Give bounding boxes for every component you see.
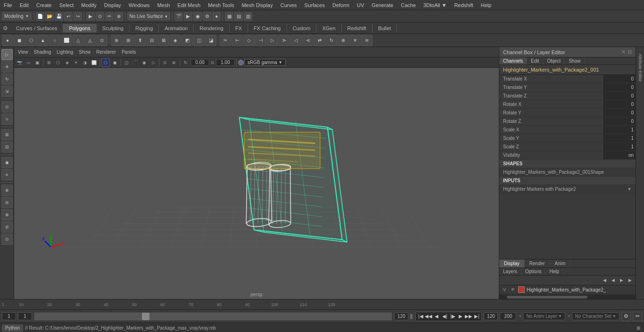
extra-btn-4[interactable]: ⊘ xyxy=(1,221,13,233)
cb-attr-tz[interactable]: Translate Z 0 xyxy=(499,92,636,100)
cylinder-icon[interactable]: ⬡ xyxy=(25,35,37,46)
extra-btn-1[interactable]: ⊕ xyxy=(1,185,13,196)
toggle-deformers-icon[interactable]: ◉ xyxy=(140,58,149,67)
extrude-icon[interactable]: ⬆ xyxy=(134,35,146,46)
cb-value-sz[interactable]: 1 xyxy=(603,143,636,151)
timeline-slider[interactable] xyxy=(34,312,392,321)
fill-icon[interactable]: ◪ xyxy=(205,35,216,46)
sphere-icon[interactable]: ● xyxy=(2,35,13,46)
tab-polygons[interactable]: Polygons xyxy=(63,24,96,32)
cb-tab-object[interactable]: Object xyxy=(544,57,565,65)
layout1-icon[interactable]: ▦ xyxy=(225,12,233,21)
torus-icon[interactable]: ○ xyxy=(49,35,60,46)
menu-generate[interactable]: Generate xyxy=(368,1,397,9)
hud-icon[interactable]: ⊙ xyxy=(161,58,169,67)
render-ipr-icon[interactable]: ◉ xyxy=(193,12,202,21)
boolean-icon[interactable]: ⊠ xyxy=(158,35,169,46)
render-settings-icon[interactable]: ⚙ xyxy=(203,12,211,21)
cb-tab-render[interactable]: Render xyxy=(525,259,550,267)
menu-curves[interactable]: Curves xyxy=(277,1,301,9)
shadow-icon[interactable]: ◑ xyxy=(81,58,89,67)
tab-fx-caching[interactable]: FX Caching xyxy=(248,24,287,32)
pb-play[interactable]: ▶ xyxy=(457,313,464,320)
cb-float-icon[interactable]: ⊟ xyxy=(627,49,632,55)
snap-icon[interactable]: ⊕ xyxy=(115,12,123,21)
texture-icon[interactable]: ⬜ xyxy=(90,58,98,67)
pb-next-frame-marker[interactable]: ◀| xyxy=(441,313,448,320)
lasso-select-tool[interactable]: ∿ xyxy=(1,113,13,125)
append-icon[interactable]: ⊕ xyxy=(338,35,349,46)
paint-icon[interactable]: ✏ xyxy=(105,12,114,21)
menu-modify[interactable]: Modify xyxy=(77,1,100,9)
cb-tab-show[interactable]: Show xyxy=(565,57,585,65)
viewport-canvas[interactable]: X Y Z persp xyxy=(14,68,499,299)
python-label[interactable]: Python xyxy=(2,324,23,332)
extra-btn-2[interactable]: ⊖ xyxy=(1,197,13,208)
cb-attr-ry[interactable]: Rotate Y 0 xyxy=(499,109,636,117)
pb-skip-end[interactable]: ▶| xyxy=(473,313,480,320)
layout3-icon[interactable]: ▥ xyxy=(244,12,252,21)
new-file-icon[interactable]: 📄 xyxy=(36,12,44,21)
pb-next-key-marker[interactable]: |▶ xyxy=(449,313,456,320)
menu-create[interactable]: Create xyxy=(33,1,56,9)
toggle-anim-icon[interactable]: ▷ xyxy=(149,58,157,67)
cut-icon[interactable]: ✂ xyxy=(220,35,231,46)
timeline-numbers[interactable]: 1 10 20 30 40 50 60 70 80 90 100 110 120 xyxy=(0,300,644,309)
layers-tab-layers[interactable]: Layers xyxy=(499,268,521,275)
slide-icon[interactable]: ▷ xyxy=(267,35,278,46)
select-tool[interactable]: ▷ xyxy=(1,49,13,60)
viewport-panels-menu[interactable]: Panels xyxy=(120,49,138,56)
cb-inputs-name[interactable]: Highlighter Markers with Package2 ▼ xyxy=(499,185,636,194)
layer-back-icon[interactable]: ◀ xyxy=(601,276,608,284)
viewport-shading-menu[interactable]: Shading xyxy=(32,49,53,56)
target-icon[interactable]: ⊲ xyxy=(302,35,314,46)
frame-start-field[interactable]: 1 xyxy=(18,312,32,320)
extra-btn-3[interactable]: ⊗ xyxy=(1,209,13,220)
layer-forward2-icon[interactable]: ▶ xyxy=(626,276,634,284)
bevel-icon[interactable]: ◇ xyxy=(243,35,255,46)
cb-attr-tx[interactable]: Translate X 0 xyxy=(499,75,636,83)
flip-icon[interactable]: ⇄ xyxy=(314,35,325,46)
cb-value-tz[interactable]: 0 xyxy=(603,92,636,100)
cb-attr-sy[interactable]: Scale Y 1 xyxy=(499,134,636,143)
smooth-shade-icon[interactable]: ◼ xyxy=(110,58,119,67)
filmgate-icon[interactable]: ▭ xyxy=(24,58,33,67)
wireframe-icon[interactable]: ⬡ xyxy=(54,58,62,67)
script-icon[interactable]: ✏ xyxy=(633,312,642,321)
layout2-icon[interactable]: ▤ xyxy=(234,12,243,21)
merge-icon[interactable]: ⊳ xyxy=(279,35,290,46)
layer-playback-btn[interactable]: P xyxy=(510,286,516,293)
menu-windows[interactable]: Windows xyxy=(125,1,154,9)
menu-display[interactable]: Display xyxy=(100,1,125,9)
extra-btn-5[interactable]: ⊙ xyxy=(1,234,13,245)
pipe-icon[interactable]: ⊙ xyxy=(96,35,107,46)
toggle-curves-icon[interactable]: ⌒ xyxy=(131,58,140,67)
color-dot-icon[interactable] xyxy=(238,60,244,65)
tab-redshift[interactable]: Redshift xyxy=(342,24,372,32)
timeline-thumb[interactable] xyxy=(142,313,149,320)
cb-tab-display[interactable]: Display xyxy=(499,259,525,267)
cb-value-tx[interactable]: 0 xyxy=(603,75,636,83)
menu-mesh[interactable]: Mesh xyxy=(153,1,173,9)
show-manip-tool[interactable]: ⊞ xyxy=(1,129,13,140)
mode-dropdown[interactable]: Modeling ▼ xyxy=(2,12,32,20)
open-file-icon[interactable]: 📂 xyxy=(45,12,54,21)
cube-icon[interactable]: ◼ xyxy=(14,35,25,46)
weld-icon[interactable]: ◁ xyxy=(290,35,302,46)
cone-icon[interactable]: ▲ xyxy=(37,35,49,46)
cb-value-sx[interactable]: 1 xyxy=(603,126,636,134)
redo-icon[interactable]: ↪ xyxy=(74,12,82,21)
menu-edit[interactable]: Edit xyxy=(16,1,33,9)
cb-tab-channels[interactable]: Channels xyxy=(499,57,527,65)
prism-icon[interactable]: △ xyxy=(73,35,84,46)
undo-icon[interactable]: ↩ xyxy=(64,12,73,21)
cb-value-ty[interactable]: 0 xyxy=(603,83,636,91)
tab-sculpting[interactable]: Sculpting xyxy=(97,24,130,32)
viewport-view-menu[interactable]: View xyxy=(16,49,30,56)
menu-file[interactable]: File xyxy=(0,1,16,9)
lasso-icon[interactable]: ⊙ xyxy=(96,12,104,21)
settings-icon[interactable]: ⚙ xyxy=(0,23,10,34)
cb-value-rx[interactable]: 0 xyxy=(603,100,636,108)
outliner-tool[interactable]: ≡ xyxy=(1,169,13,180)
tri-icon[interactable]: ◩ xyxy=(182,35,193,46)
